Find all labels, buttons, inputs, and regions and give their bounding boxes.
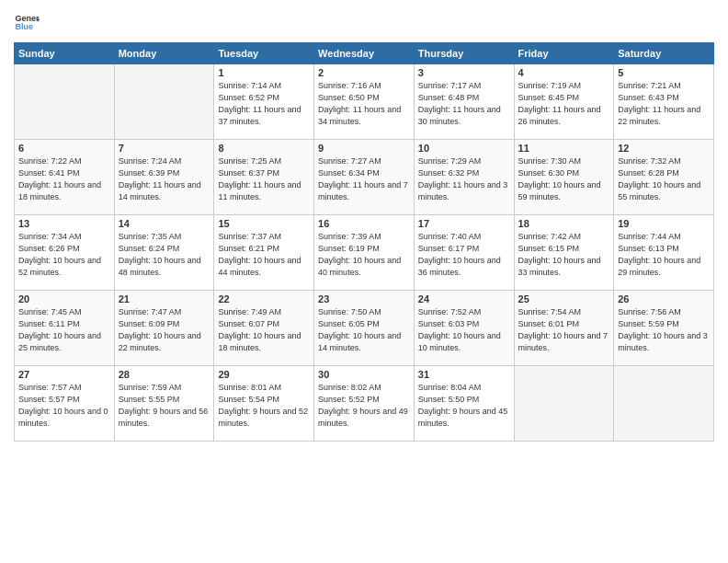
day-number: 5 bbox=[618, 67, 710, 78]
day-info: Sunrise: 7:21 AMSunset: 6:43 PMDaylight:… bbox=[618, 80, 710, 128]
day-info: Sunrise: 7:49 AMSunset: 6:07 PMDaylight:… bbox=[218, 306, 310, 354]
logo: General Blue bbox=[14, 9, 40, 35]
svg-text:General: General bbox=[15, 14, 40, 23]
day-info: Sunrise: 7:56 AMSunset: 5:59 PMDaylight:… bbox=[618, 306, 710, 354]
calendar-cell: 23Sunrise: 7:50 AMSunset: 6:05 PMDayligh… bbox=[314, 291, 415, 366]
calendar-cell: 4Sunrise: 7:19 AMSunset: 6:45 PMDaylight… bbox=[514, 64, 614, 140]
day-number: 25 bbox=[518, 293, 610, 304]
day-info: Sunrise: 7:35 AMSunset: 6:24 PMDaylight:… bbox=[119, 231, 210, 279]
day-number: 12 bbox=[618, 143, 710, 154]
day-info: Sunrise: 7:50 AMSunset: 6:05 PMDaylight:… bbox=[318, 306, 410, 354]
calendar-cell: 5Sunrise: 7:21 AMSunset: 6:43 PMDaylight… bbox=[614, 64, 714, 140]
day-number: 29 bbox=[218, 369, 310, 380]
header: General Blue bbox=[14, 9, 714, 35]
day-number: 11 bbox=[518, 143, 610, 154]
calendar-cell bbox=[614, 366, 714, 442]
calendar-cell: 21Sunrise: 7:47 AMSunset: 6:09 PMDayligh… bbox=[114, 291, 214, 366]
day-number: 21 bbox=[119, 293, 210, 304]
day-number: 6 bbox=[18, 143, 110, 154]
day-info: Sunrise: 7:40 AMSunset: 6:17 PMDaylight:… bbox=[418, 231, 510, 279]
day-info: Sunrise: 7:19 AMSunset: 6:45 PMDaylight:… bbox=[518, 80, 610, 128]
day-number: 2 bbox=[318, 67, 410, 78]
day-info: Sunrise: 7:44 AMSunset: 6:13 PMDaylight:… bbox=[618, 231, 710, 279]
day-info: Sunrise: 7:39 AMSunset: 6:19 PMDaylight:… bbox=[318, 231, 410, 279]
day-info: Sunrise: 7:52 AMSunset: 6:03 PMDaylight:… bbox=[418, 306, 510, 354]
day-info: Sunrise: 7:34 AMSunset: 6:26 PMDaylight:… bbox=[18, 231, 110, 279]
day-info: Sunrise: 7:57 AMSunset: 5:57 PMDaylight:… bbox=[18, 382, 110, 430]
day-info: Sunrise: 7:27 AMSunset: 6:34 PMDaylight:… bbox=[318, 155, 410, 203]
day-number: 16 bbox=[318, 218, 410, 229]
day-number: 31 bbox=[418, 369, 510, 380]
day-info: Sunrise: 7:37 AMSunset: 6:21 PMDaylight:… bbox=[218, 231, 310, 279]
header-day: Sunday bbox=[15, 43, 115, 64]
calendar-cell: 7Sunrise: 7:24 AMSunset: 6:39 PMDaylight… bbox=[114, 140, 214, 215]
day-number: 1 bbox=[218, 67, 310, 78]
calendar-cell: 14Sunrise: 7:35 AMSunset: 6:24 PMDayligh… bbox=[114, 215, 214, 291]
calendar-cell: 30Sunrise: 8:02 AMSunset: 5:52 PMDayligh… bbox=[314, 366, 415, 442]
header-day: Friday bbox=[514, 43, 614, 64]
header-day: Saturday bbox=[614, 43, 714, 64]
calendar-week: 27Sunrise: 7:57 AMSunset: 5:57 PMDayligh… bbox=[15, 366, 714, 442]
header-day: Monday bbox=[114, 43, 214, 64]
calendar-cell: 31Sunrise: 8:04 AMSunset: 5:50 PMDayligh… bbox=[414, 366, 514, 442]
day-number: 20 bbox=[18, 293, 110, 304]
page: General Blue SundayMondayTuesdayWednesda… bbox=[0, 0, 728, 563]
calendar-cell: 16Sunrise: 7:39 AMSunset: 6:19 PMDayligh… bbox=[314, 215, 415, 291]
day-number: 15 bbox=[218, 218, 310, 229]
day-info: Sunrise: 7:25 AMSunset: 6:37 PMDaylight:… bbox=[218, 155, 310, 203]
calendar-cell: 18Sunrise: 7:42 AMSunset: 6:15 PMDayligh… bbox=[514, 215, 614, 291]
day-number: 24 bbox=[418, 293, 510, 304]
calendar-cell: 26Sunrise: 7:56 AMSunset: 5:59 PMDayligh… bbox=[614, 291, 714, 366]
header-day: Thursday bbox=[414, 43, 514, 64]
day-number: 26 bbox=[618, 293, 710, 304]
calendar-cell: 24Sunrise: 7:52 AMSunset: 6:03 PMDayligh… bbox=[414, 291, 514, 366]
day-info: Sunrise: 7:42 AMSunset: 6:15 PMDaylight:… bbox=[518, 231, 610, 279]
calendar-cell: 25Sunrise: 7:54 AMSunset: 6:01 PMDayligh… bbox=[514, 291, 614, 366]
calendar-cell: 1Sunrise: 7:14 AMSunset: 6:52 PMDaylight… bbox=[214, 64, 314, 140]
calendar-week: 1Sunrise: 7:14 AMSunset: 6:52 PMDaylight… bbox=[15, 64, 714, 140]
day-number: 10 bbox=[418, 143, 510, 154]
calendar-cell: 2Sunrise: 7:16 AMSunset: 6:50 PMDaylight… bbox=[314, 64, 415, 140]
calendar-cell: 20Sunrise: 7:45 AMSunset: 6:11 PMDayligh… bbox=[15, 291, 115, 366]
calendar-cell: 28Sunrise: 7:59 AMSunset: 5:55 PMDayligh… bbox=[114, 366, 214, 442]
calendar-cell: 9Sunrise: 7:27 AMSunset: 6:34 PMDaylight… bbox=[314, 140, 415, 215]
calendar-cell: 3Sunrise: 7:17 AMSunset: 6:48 PMDaylight… bbox=[414, 64, 514, 140]
calendar-week: 6Sunrise: 7:22 AMSunset: 6:41 PMDaylight… bbox=[15, 140, 714, 215]
calendar-cell: 10Sunrise: 7:29 AMSunset: 6:32 PMDayligh… bbox=[414, 140, 514, 215]
day-number: 19 bbox=[618, 218, 710, 229]
calendar-cell: 8Sunrise: 7:25 AMSunset: 6:37 PMDaylight… bbox=[214, 140, 314, 215]
calendar-cell: 11Sunrise: 7:30 AMSunset: 6:30 PMDayligh… bbox=[514, 140, 614, 215]
day-number: 22 bbox=[218, 293, 310, 304]
svg-text:Blue: Blue bbox=[15, 22, 33, 31]
day-number: 27 bbox=[18, 369, 110, 380]
calendar-cell: 6Sunrise: 7:22 AMSunset: 6:41 PMDaylight… bbox=[15, 140, 115, 215]
day-number: 28 bbox=[119, 369, 210, 380]
day-number: 3 bbox=[418, 67, 510, 78]
calendar-cell: 12Sunrise: 7:32 AMSunset: 6:28 PMDayligh… bbox=[614, 140, 714, 215]
calendar-cell: 27Sunrise: 7:57 AMSunset: 5:57 PMDayligh… bbox=[15, 366, 115, 442]
day-number: 13 bbox=[18, 218, 110, 229]
day-number: 18 bbox=[518, 218, 610, 229]
calendar-cell: 13Sunrise: 7:34 AMSunset: 6:26 PMDayligh… bbox=[15, 215, 115, 291]
calendar-cell: 29Sunrise: 8:01 AMSunset: 5:54 PMDayligh… bbox=[214, 366, 314, 442]
day-info: Sunrise: 7:47 AMSunset: 6:09 PMDaylight:… bbox=[119, 306, 210, 354]
day-info: Sunrise: 8:01 AMSunset: 5:54 PMDaylight:… bbox=[218, 382, 310, 430]
day-info: Sunrise: 7:30 AMSunset: 6:30 PMDaylight:… bbox=[518, 155, 610, 203]
day-info: Sunrise: 7:45 AMSunset: 6:11 PMDaylight:… bbox=[18, 306, 110, 354]
day-info: Sunrise: 7:16 AMSunset: 6:50 PMDaylight:… bbox=[318, 80, 410, 128]
day-number: 14 bbox=[119, 218, 210, 229]
logo-icon: General Blue bbox=[14, 9, 40, 35]
calendar-cell bbox=[514, 366, 614, 442]
day-number: 17 bbox=[418, 218, 510, 229]
day-info: Sunrise: 7:14 AMSunset: 6:52 PMDaylight:… bbox=[218, 80, 310, 128]
day-number: 23 bbox=[318, 293, 410, 304]
header-row: SundayMondayTuesdayWednesdayThursdayFrid… bbox=[15, 43, 714, 64]
day-info: Sunrise: 8:02 AMSunset: 5:52 PMDaylight:… bbox=[318, 382, 410, 430]
day-info: Sunrise: 8:04 AMSunset: 5:50 PMDaylight:… bbox=[418, 382, 510, 430]
calendar-cell: 19Sunrise: 7:44 AMSunset: 6:13 PMDayligh… bbox=[614, 215, 714, 291]
day-number: 4 bbox=[518, 67, 610, 78]
header-day: Tuesday bbox=[214, 43, 314, 64]
day-info: Sunrise: 7:24 AMSunset: 6:39 PMDaylight:… bbox=[119, 155, 210, 203]
calendar-cell: 15Sunrise: 7:37 AMSunset: 6:21 PMDayligh… bbox=[214, 215, 314, 291]
calendar-table: SundayMondayTuesdayWednesdayThursdayFrid… bbox=[14, 42, 714, 442]
